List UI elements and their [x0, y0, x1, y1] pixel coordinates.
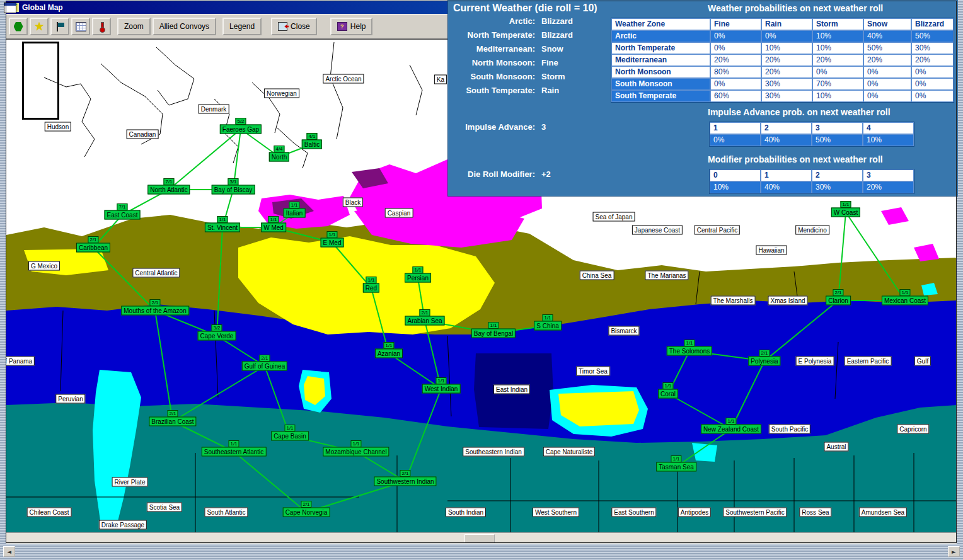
sea-zone-label[interactable]: Arctic Ocean — [323, 74, 364, 84]
convoy-zone-label[interactable]: Gulf of Guinea — [242, 362, 287, 371]
convoy-zone-label[interactable]: Polynesia — [748, 357, 780, 366]
sea-zone-label[interactable]: Capricorn — [897, 425, 929, 434]
sea-zone-label[interactable]: South Pacific — [769, 425, 810, 434]
production-button[interactable] — [30, 18, 49, 35]
sea-zone-label[interactable]: Ka — [434, 75, 447, 84]
sea-zone-label[interactable]: South Atlantic — [204, 508, 248, 517]
starburst-icon — [35, 22, 44, 31]
sea-zone-label[interactable]: Chilean Coast — [27, 508, 72, 517]
convoy-zone-label[interactable]: Azanian — [375, 349, 403, 358]
impulse-advance-label: Impulse Advance: — [448, 122, 535, 132]
convoy-zone-label[interactable]: Southeastern Atlantic — [202, 447, 267, 457]
map-display-button[interactable] — [9, 18, 28, 35]
sea-zone-label[interactable]: Central Pacific — [695, 226, 740, 235]
sea-zone-label[interactable]: Denmark — [199, 105, 229, 114]
sea-zone-label[interactable]: Ross Sea — [799, 508, 831, 517]
sea-zone-label[interactable]: China Sea — [580, 271, 614, 280]
sea-zone-label[interactable]: Black — [343, 198, 363, 207]
current-weather-zone: North Monsoon: — [448, 58, 535, 67]
weather-button[interactable] — [92, 18, 111, 35]
sea-zone-label[interactable]: Mendicino — [795, 226, 829, 235]
flag-button[interactable] — [50, 18, 69, 35]
scrollbar-thumb[interactable] — [464, 534, 495, 543]
sea-zone-label[interactable]: Canadian — [127, 130, 159, 139]
sea-zone-label[interactable]: Hudson — [45, 122, 71, 132]
convoy-zone-label[interactable]: Faeroes Gap — [220, 125, 262, 134]
thermometer-icon — [97, 22, 107, 31]
convoy-zone-label[interactable]: New Zealand Coast — [701, 425, 761, 434]
convoy-zone-label[interactable]: Clarion — [826, 296, 851, 306]
sea-zone-label[interactable]: Caspian — [385, 209, 413, 218]
convoy-zone-label[interactable]: Bay of Biscay — [212, 185, 255, 195]
convoy-zone-label[interactable]: Tasman Sea — [656, 462, 696, 472]
sea-zone-label[interactable]: Austral — [824, 442, 848, 452]
zoom-button[interactable]: Zoom — [117, 18, 151, 35]
convoy-zone-label[interactable]: Southwestern Indian — [374, 477, 436, 486]
convoy-zone-label[interactable]: Mouths of the Amazon — [121, 306, 189, 316]
convoy-zone-label[interactable]: W Coast — [831, 208, 860, 217]
close-button[interactable]: Close — [271, 18, 317, 35]
convoy-zone-label[interactable]: E Med — [321, 238, 344, 248]
scroll-left-button[interactable]: ◄ — [3, 546, 15, 557]
legend-button[interactable]: Legend — [222, 18, 262, 35]
convoy-zone-label[interactable]: Italian — [284, 209, 306, 218]
die-roll-modifier-row: Die Roll Modifier: +2 — [448, 167, 551, 181]
sea-zone-label[interactable]: Amundsen Sea — [859, 508, 907, 517]
convoy-zone-label[interactable]: Cape Basin — [271, 431, 309, 441]
horizontal-scrollbar[interactable] — [6, 532, 957, 544]
sea-zone-label[interactable]: Eastern Pacific — [845, 357, 892, 366]
help-button[interactable]: Help — [330, 18, 373, 35]
convoy-zone-label[interactable]: West Indian — [422, 384, 461, 394]
sea-zone-label[interactable]: Drake Passage — [99, 520, 147, 530]
convoy-zone-label[interactable]: Arabian Sea — [405, 316, 444, 326]
convoy-zone-label[interactable]: S China — [534, 321, 562, 331]
sea-zone-label[interactable]: East Indian — [493, 385, 530, 394]
sea-zone-label[interactable]: Bismarck — [608, 326, 639, 336]
sea-zone-label[interactable]: Norwegian — [264, 89, 299, 98]
sea-zone-label[interactable]: Peruvian — [55, 394, 85, 404]
convoy-zone-label[interactable]: Caribbean — [76, 243, 110, 253]
convoy-zone-label[interactable]: Red — [363, 283, 379, 293]
sea-zone-label[interactable]: Southwestern Pacific — [723, 508, 787, 517]
sea-zone-label[interactable]: Gulf — [914, 357, 931, 366]
sea-zone-label[interactable]: West Southern — [533, 508, 579, 517]
convoy-zone-label[interactable]: Bay of Bengal — [471, 329, 516, 338]
scroll-right-button[interactable]: ► — [948, 546, 960, 557]
convoy-zone-label[interactable]: W Med — [261, 223, 286, 232]
convoy-zone-label[interactable]: St. Vincent — [205, 223, 240, 232]
convoy-zone-label[interactable]: Mexican Coast — [882, 296, 928, 306]
convoy-zone-label[interactable]: Persian — [405, 273, 431, 283]
sea-zone-label[interactable]: South Indian — [446, 508, 486, 517]
sea-zone-label[interactable]: River Plate — [112, 477, 148, 487]
convoy-zone-label[interactable]: Baltic — [302, 140, 322, 149]
convoy-zone-label[interactable]: Cape Norvegia — [283, 508, 330, 517]
sea-zone-label[interactable]: Southeastern Indian — [463, 447, 524, 457]
convoy-zone-label[interactable]: North Atlantic — [147, 185, 190, 195]
convoy-zone-label[interactable]: Cape Verde — [198, 331, 236, 341]
sea-zone-label[interactable]: Sea of Japan — [593, 212, 635, 222]
sea-zone-label[interactable]: Antipodes — [678, 508, 711, 517]
weather-value-cell: 10% — [812, 90, 863, 102]
sea-zone-label[interactable]: The Marianas — [645, 271, 688, 280]
convoy-zone-label[interactable]: Brazilian Coast — [149, 417, 196, 426]
sea-zone-label[interactable]: Hawaiian — [756, 246, 787, 255]
convoy-zone-label[interactable]: East Coast — [105, 210, 141, 220]
sea-zone-label[interactable]: of Panama — [6, 357, 35, 366]
sea-zone-label[interactable]: Cape Naturaliste — [543, 447, 595, 457]
convoy-zone-label[interactable]: North — [269, 152, 289, 162]
sea-zone-label[interactable]: E Polynesia — [796, 357, 834, 366]
units-grid-button[interactable] — [71, 18, 90, 35]
convoy-zone-label[interactable]: The Solomons — [667, 346, 712, 356]
convoy-zone-label[interactable]: Coral — [658, 389, 678, 399]
sea-zone-label[interactable]: Japanese Coast — [632, 226, 683, 235]
sea-zone-label[interactable]: Timor Sea — [576, 367, 610, 376]
sea-zone-label[interactable]: G Mexico — [28, 261, 60, 271]
sea-zone-label[interactable]: Xmas Island — [768, 296, 807, 306]
allied-convoys-button[interactable]: Allied Convoys — [153, 18, 216, 35]
sea-zone-label[interactable]: East Southern — [611, 508, 656, 517]
sea-zone-label[interactable]: Central Atlantic — [132, 268, 180, 278]
convoy-zone-label[interactable]: Mozambique Channel — [323, 447, 389, 457]
sea-zone-label[interactable]: The Marshalls — [711, 296, 756, 306]
mini-table-header: 3 — [812, 122, 863, 134]
sea-zone-label[interactable]: Scotia Sea — [147, 503, 182, 512]
